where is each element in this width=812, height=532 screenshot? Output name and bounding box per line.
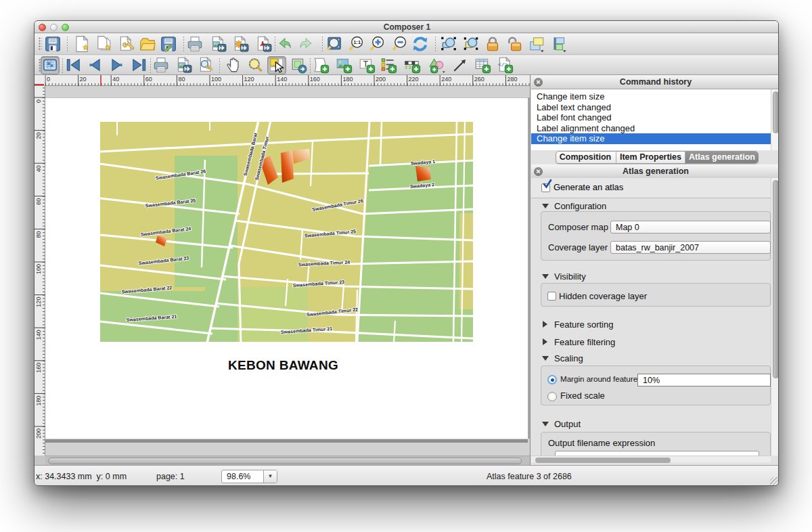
- svg-text:180: 180: [342, 76, 353, 83]
- svg-text:20: 20: [35, 133, 42, 139]
- svg-text:280: 280: [507, 76, 517, 83]
- svg-text:120: 120: [244, 76, 254, 83]
- svg-text:80: 80: [35, 231, 42, 238]
- svg-text:120: 120: [35, 297, 42, 307]
- svg-text:180: 180: [35, 395, 42, 405]
- svg-text:20: 20: [80, 76, 87, 83]
- svg-text:220: 220: [409, 76, 419, 83]
- svg-text:1:1: 1:1: [353, 39, 361, 45]
- svg-text:80: 80: [178, 76, 185, 83]
- svg-text:200: 200: [35, 428, 42, 439]
- svg-text:100: 100: [211, 76, 221, 83]
- svg-text:140: 140: [277, 76, 287, 83]
- svg-text:260: 260: [474, 76, 484, 83]
- svg-text:160: 160: [310, 76, 320, 83]
- svg-text:0: 0: [35, 99, 42, 103]
- svg-text:240: 240: [441, 76, 451, 83]
- svg-text:140: 140: [35, 330, 42, 340]
- svg-text:160: 160: [35, 363, 42, 373]
- svg-text:40: 40: [112, 76, 119, 83]
- svg-text:60: 60: [145, 76, 152, 83]
- svg-text:60: 60: [35, 198, 42, 205]
- svg-text:40: 40: [35, 165, 42, 172]
- svg-text:200: 200: [376, 76, 386, 83]
- svg-text:0: 0: [47, 76, 50, 83]
- svg-text:100: 100: [35, 264, 42, 274]
